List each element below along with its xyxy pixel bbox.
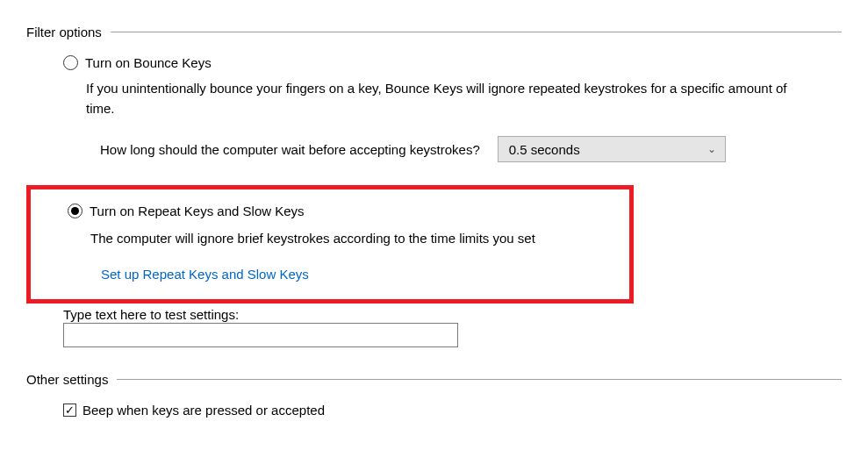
- radio-unchecked-icon: [63, 55, 78, 70]
- dropdown-value: 0.5 seconds: [509, 142, 580, 157]
- checkmark-icon: ✓: [65, 404, 75, 416]
- bounce-keys-label: Turn on Bounce Keys: [85, 55, 212, 70]
- repeat-slow-keys-label: Turn on Repeat Keys and Slow Keys: [90, 204, 305, 218]
- other-settings-legend: Other settings: [26, 372, 108, 387]
- bounce-keys-wait-label: How long should the computer wait before…: [100, 142, 480, 157]
- test-settings-section: Type text here to test settings:: [26, 307, 842, 347]
- radio-dot-icon: [71, 207, 79, 215]
- bounce-keys-wait-row: How long should the computer wait before…: [63, 136, 842, 162]
- divider-line: [111, 32, 842, 32]
- test-settings-label: Type text here to test settings:: [63, 307, 842, 322]
- bounce-keys-wait-dropdown[interactable]: 0.5 seconds ⌄: [498, 136, 726, 162]
- other-settings-legend-row: Other settings: [26, 372, 842, 387]
- beep-checkbox[interactable]: ✓ Beep when keys are pressed or accepted: [26, 403, 842, 418]
- test-settings-input[interactable]: [63, 323, 458, 347]
- divider-line: [117, 379, 842, 380]
- filter-options-legend-row: Filter options: [26, 25, 842, 39]
- radio-checked-icon: [68, 204, 82, 218]
- repeat-slow-keys-description: The computer will ignore brief keystroke…: [31, 231, 629, 246]
- repeat-slow-keys-highlight: Turn on Repeat Keys and Slow Keys The co…: [26, 185, 634, 304]
- setup-repeat-slow-keys-link[interactable]: Set up Repeat Keys and Slow Keys: [31, 267, 629, 282]
- checkbox-checked-icon: ✓: [63, 404, 76, 417]
- filter-options-group: Filter options Turn on Bounce Keys If yo…: [26, 25, 842, 347]
- bounce-keys-option: Turn on Bounce Keys If you unintentional…: [26, 55, 842, 162]
- filter-options-legend: Filter options: [26, 25, 102, 39]
- repeat-slow-keys-radio[interactable]: Turn on Repeat Keys and Slow Keys: [31, 204, 629, 218]
- other-settings-group: Other settings ✓ Beep when keys are pres…: [26, 372, 842, 418]
- chevron-down-icon: ⌄: [707, 143, 716, 155]
- bounce-keys-description: If you unintentionally bounce your finge…: [63, 79, 800, 118]
- beep-label: Beep when keys are pressed or accepted: [82, 403, 325, 418]
- bounce-keys-radio[interactable]: Turn on Bounce Keys: [63, 55, 842, 70]
